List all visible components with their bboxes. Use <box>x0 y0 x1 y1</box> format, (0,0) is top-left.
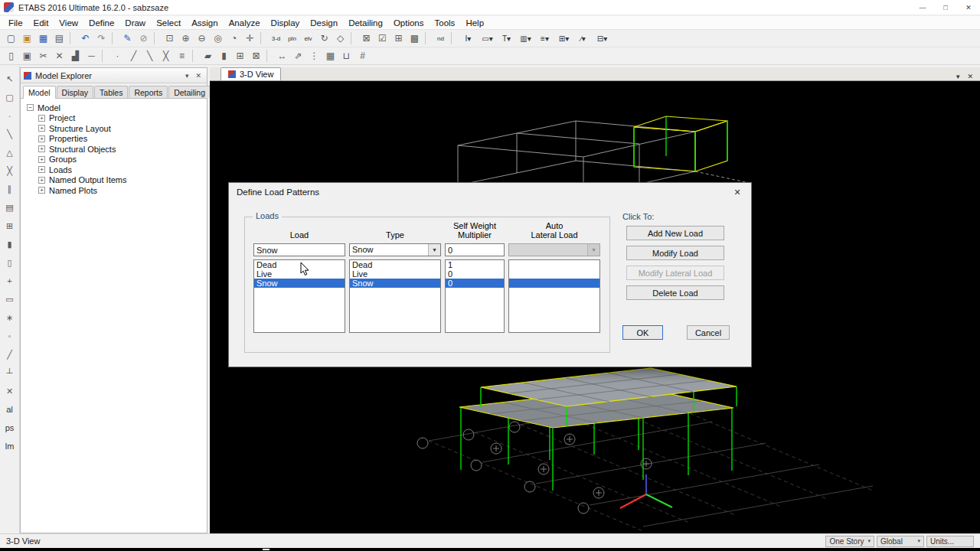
3d-view-icon[interactable]: 3-d <box>268 31 284 46</box>
type-row[interactable]: Live <box>350 269 440 279</box>
cut-icon[interactable]: ✂ <box>35 49 51 64</box>
viewport-close-icon[interactable]: ✕ <box>967 73 973 80</box>
tree-collapse-toggle[interactable]: − <box>27 104 34 111</box>
tree-item-named-plots[interactable]: Named Plots <box>49 186 97 195</box>
redo-icon[interactable]: ↷ <box>93 31 109 46</box>
rotate-3d-view-icon[interactable]: ↻ <box>316 31 332 46</box>
type-row[interactable]: Dead <box>350 260 440 269</box>
type-list[interactable]: DeadLiveSnow <box>349 259 441 333</box>
delete-load-button[interactable]: Delete Load <box>626 285 724 300</box>
tree-row[interactable]: + Structural Objects <box>38 144 207 155</box>
explorer-collapse-icon[interactable]: ▾ <box>185 72 189 80</box>
quick-draw-floor-icon[interactable]: ⊞ <box>3 219 17 233</box>
tree-expand-toggle[interactable]: + <box>38 145 45 152</box>
quick-draw-frame-icon[interactable]: △ <box>3 145 17 159</box>
tree-item-named-output-items[interactable]: Named Output Items <box>49 175 127 184</box>
reshape-icon[interactable]: ↔ <box>274 49 290 64</box>
self-weight-multiplier-input[interactable] <box>445 243 505 256</box>
tree-expand-toggle[interactable]: + <box>38 177 45 184</box>
ok-button[interactable]: OK <box>622 325 663 340</box>
model-explorer-header[interactable]: Model Explorer ▾ ✕ <box>21 68 207 83</box>
separator[interactable] <box>154 32 159 44</box>
refresh-view-icon[interactable]: ✎ <box>119 31 136 46</box>
window-layout-icon[interactable]: ⊟▾ <box>593 31 612 46</box>
tree-row[interactable]: + Project <box>38 113 207 124</box>
tree-item-structure-layout[interactable]: Structure Layout <box>49 124 111 133</box>
draw-reference-plane-icon[interactable]: ▭ <box>3 292 17 306</box>
tree-item-project[interactable]: Project <box>49 113 75 122</box>
tab-tables[interactable]: Tables <box>94 86 128 98</box>
reshape-object-icon[interactable]: ▢ <box>3 90 17 104</box>
print-icon[interactable]: ▤ <box>51 31 67 46</box>
draw-wall-icon[interactable]: ▮ <box>3 237 17 251</box>
align-icon[interactable]: ⋮ <box>306 49 322 64</box>
menu-define[interactable]: Define <box>83 18 119 28</box>
separator[interactable] <box>351 32 356 44</box>
object-shrink-toggle-icon[interactable]: ⊠ <box>358 31 374 46</box>
maximize-button[interactable]: □ <box>934 0 957 15</box>
coordinate-system-selector[interactable]: Global ▾ <box>877 536 924 547</box>
tree-row[interactable]: + Named Plots <box>38 185 207 196</box>
auto-lateral-row[interactable] <box>509 269 599 279</box>
menu-options[interactable]: Options <box>388 18 430 28</box>
dialog-title-bar[interactable]: Define Load Patterns ✕ <box>229 183 751 201</box>
tree-expand-toggle[interactable]: + <box>38 156 45 163</box>
menu-assign[interactable]: Assign <box>186 18 224 28</box>
multiplier-list[interactable]: 100 <box>445 259 505 333</box>
section-designer-icon[interactable]: ▭▾ <box>478 31 497 46</box>
grid-edit-icon[interactable]: ⊞▾ <box>554 31 573 46</box>
quick-draw-frame-icon[interactable]: ╲ <box>142 49 158 64</box>
separator[interactable] <box>112 32 117 44</box>
merge-joints-icon[interactable]: ⊔ <box>338 49 354 64</box>
lock-model-icon[interactable]: ⊘ <box>136 31 152 46</box>
menu-tools[interactable]: Tools <box>430 18 461 28</box>
draw-joint-icon[interactable]: ∙ <box>3 109 17 122</box>
tree-expand-toggle[interactable]: + <box>38 135 45 142</box>
load-name-input[interactable] <box>253 243 345 256</box>
lm-icon[interactable]: lm <box>3 439 17 453</box>
edit-grid-icon[interactable]: # <box>354 49 371 64</box>
set-display-options-icon[interactable]: ☑ <box>374 31 390 46</box>
pen-width-icon[interactable]: ∕▾ <box>573 31 593 46</box>
save-icon[interactable]: ▦ <box>35 31 51 46</box>
snap-intersections-icon[interactable]: ✕ <box>3 384 17 398</box>
open-icon[interactable]: ▣ <box>19 31 35 46</box>
mesh-areas-icon[interactable]: ▦ <box>322 49 338 64</box>
menu-file[interactable]: File <box>3 18 28 28</box>
draw-frame-icon[interactable]: ╱ <box>126 49 142 64</box>
menu-help[interactable]: Help <box>460 18 489 28</box>
load-type-combo[interactable]: Snow ▾ <box>349 243 441 256</box>
load-row-snow[interactable]: Snow <box>254 279 345 288</box>
tree-row[interactable]: + Named Output Items <box>38 175 207 186</box>
separator[interactable] <box>425 32 430 44</box>
properties-icon[interactable]: ▯ <box>3 49 19 64</box>
quick-draw-columns-icon[interactable]: ∥ <box>3 182 17 196</box>
tree-row[interactable]: + Structure Layout <box>38 123 207 134</box>
line-type-icon[interactable]: ≡▾ <box>535 31 554 46</box>
story-selector[interactable]: One Story ▾ <box>825 536 874 547</box>
quick-draw-secondary-beams-icon[interactable]: ≡ <box>174 49 190 64</box>
viewport-collapse-icon[interactable]: ▾ <box>956 73 960 80</box>
type-row[interactable]: Snow <box>350 279 440 288</box>
measure-icon[interactable]: ─ <box>83 49 100 64</box>
modify-load-button[interactable]: Modify Load <box>626 246 724 260</box>
minimize-button[interactable]: — <box>911 0 934 15</box>
snap-to-grid-icon[interactable]: ∗ <box>3 311 17 324</box>
draw-wall-icon[interactable]: ▮ <box>216 49 232 64</box>
auto-lateral-list[interactable] <box>508 259 600 333</box>
load-list[interactable]: DeadLiveSnow <box>253 259 345 333</box>
menu-analyze[interactable]: Analyze <box>224 18 266 28</box>
multiplier-row[interactable]: 1 <box>446 260 504 269</box>
auto-lateral-row[interactable] <box>509 279 599 288</box>
draw-reference-point-icon[interactable]: + <box>3 274 17 288</box>
tree-item-structural-objects[interactable]: Structural Objects <box>49 145 116 154</box>
quick-draw-floor-icon[interactable]: ⊞ <box>232 49 248 64</box>
perspective-toggle-icon[interactable]: ◇ <box>332 31 348 46</box>
separator[interactable] <box>260 32 266 44</box>
tab-display[interactable]: Display <box>57 86 93 98</box>
tree-item-loads[interactable]: Loads <box>49 165 72 174</box>
rubber-band-zoom-icon[interactable]: ⊡ <box>162 31 178 46</box>
snap-to-edges-icon[interactable]: ┴ <box>3 366 17 380</box>
zoom-out-icon[interactable]: ⊖ <box>194 31 210 46</box>
tree-row[interactable]: + Properties <box>38 134 207 145</box>
